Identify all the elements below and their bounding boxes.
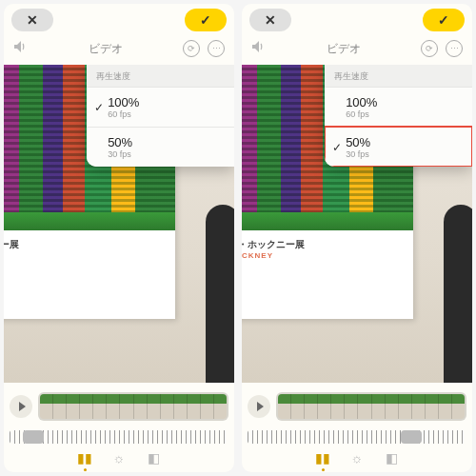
check-icon: ✓ (200, 12, 211, 28)
timer-icon[interactable]: ⟳ (421, 40, 438, 57)
tab-video[interactable]: ビデオ (327, 41, 361, 57)
close-icon: ✕ (27, 12, 38, 28)
timeline-strip[interactable] (276, 392, 466, 421)
skateboard-object (444, 205, 472, 383)
more-icon[interactable]: ⋯ (208, 40, 225, 57)
poster-title-en: D HOCKNEY (242, 251, 407, 260)
timeline (242, 383, 472, 428)
checkmark-icon: ✓ (90, 101, 108, 114)
speed-ruler[interactable] (248, 430, 466, 444)
speed-fps: 30 fps (108, 149, 225, 159)
close-icon: ✕ (265, 12, 276, 28)
speed-option-50[interactable]: ✓ 50% 30 fps (325, 127, 472, 167)
tool-filter-icon[interactable]: ◧ (145, 449, 162, 466)
play-icon (19, 402, 26, 411)
close-button[interactable]: ✕ (249, 9, 291, 31)
speed-percent: 50% (346, 135, 463, 149)
speed-percent: 100% (108, 95, 225, 109)
popup-header: 再生速度 (325, 65, 472, 87)
tool-video-icon[interactable]: ▮▮ (314, 449, 331, 466)
timeline-strip[interactable] (38, 392, 228, 421)
volume-icon[interactable] (13, 40, 29, 57)
confirm-button[interactable]: ✓ (423, 9, 465, 31)
playback-speed-popup: 再生速度 100% 60 fps ✓ 50% 30 fps (325, 65, 472, 167)
speed-fps: 30 fps (346, 149, 463, 159)
speed-fps: 60 fps (108, 109, 225, 119)
check-icon: ✓ (438, 12, 449, 28)
speed-percent: 100% (346, 95, 463, 109)
video-viewport[interactable]: クニー展 再生速度 ✓ 100% 60 fps 50% 30 fps (4, 65, 234, 383)
more-icon[interactable]: ⋯ (446, 40, 463, 57)
skateboard-object (206, 205, 234, 383)
speed-ruler[interactable] (10, 430, 228, 444)
speed-option-100[interactable]: 100% 60 fps (325, 87, 472, 127)
play-button[interactable] (10, 395, 32, 418)
video-viewport[interactable]: ッド・ホックニー展 D HOCKNEY 再生速度 100% 60 fps ✓ 5… (242, 65, 472, 383)
playback-speed-popup: 再生速度 ✓ 100% 60 fps 50% 30 fps (87, 65, 234, 167)
speed-option-50[interactable]: 50% 30 fps (87, 127, 234, 167)
play-button[interactable] (248, 395, 270, 418)
close-button[interactable]: ✕ (11, 9, 53, 31)
play-icon (257, 402, 264, 411)
tool-video-icon[interactable]: ▮▮ (76, 449, 93, 466)
timer-icon[interactable]: ⟳ (183, 40, 200, 57)
tab-video[interactable]: ビデオ (89, 41, 123, 57)
speed-percent: 50% (108, 135, 225, 149)
timeline (4, 383, 234, 428)
checkmark-icon: ✓ (328, 141, 346, 154)
tool-adjust-icon[interactable]: ☼ (348, 449, 366, 466)
poster-title-jp: ッド・ホックニー展 (242, 238, 407, 251)
ruler-knob[interactable] (401, 430, 422, 444)
popup-header: 再生速度 (87, 65, 234, 87)
tool-filter-icon[interactable]: ◧ (383, 449, 400, 466)
confirm-button[interactable]: ✓ (185, 9, 227, 31)
ruler-knob[interactable] (23, 430, 44, 444)
poster-title-jp: クニー展 (4, 238, 169, 251)
speed-fps: 60 fps (346, 109, 463, 119)
speed-option-100[interactable]: ✓ 100% 60 fps (87, 87, 234, 127)
volume-icon[interactable] (251, 40, 267, 57)
tool-adjust-icon[interactable]: ☼ (110, 449, 128, 466)
